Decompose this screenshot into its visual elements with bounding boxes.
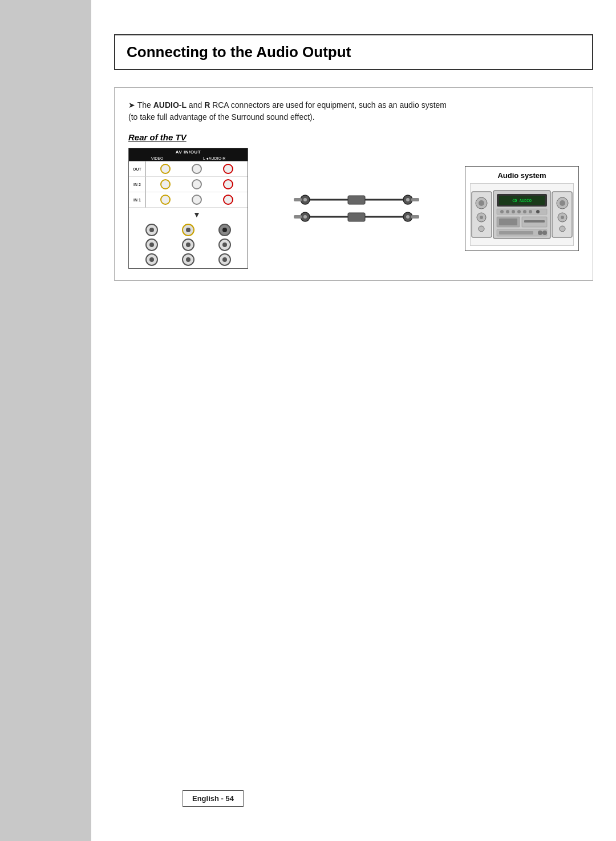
audio-l-bold: AUDIO-L	[153, 100, 187, 110]
conn-outer-2	[182, 224, 194, 236]
svg-rect-41	[499, 219, 517, 225]
svg-point-36	[517, 210, 521, 213]
diagram-row: AV IN/OUT VIDEO L ●AUDIO-R OUT IN 2	[128, 148, 579, 269]
svg-point-20	[480, 216, 483, 219]
content-box: ➤ The AUDIO-L and R RCA connectors are u…	[114, 87, 593, 281]
left-sidebar	[0, 0, 91, 841]
audio-system-label: Audio system	[470, 171, 574, 180]
description: ➤ The AUDIO-L and R RCA connectors are u…	[128, 99, 579, 123]
port-audio-r-out	[223, 164, 233, 174]
port-video-in1	[160, 195, 171, 205]
row-in1-label: IN 1	[129, 192, 146, 208]
connector-2	[171, 224, 205, 236]
svg-point-24	[560, 200, 565, 206]
svg-point-39	[536, 210, 540, 213]
connector-4	[135, 238, 169, 251]
svg-rect-15	[411, 215, 419, 219]
conn-outer-1	[145, 224, 158, 236]
stereo-svg: CD AUDIO	[471, 184, 573, 245]
cable-section	[248, 185, 465, 231]
svg-rect-45	[499, 231, 533, 234]
connector-9	[208, 253, 242, 266]
svg-point-47	[542, 231, 547, 235]
conn-outer-7	[145, 253, 158, 266]
svg-point-35	[512, 210, 515, 213]
port-row-in2	[146, 177, 248, 192]
port-audio-l-in1	[192, 195, 202, 205]
audio-system-box: Audio system	[465, 166, 579, 251]
svg-point-26	[561, 216, 564, 219]
svg-text:CD AUDIO: CD AUDIO	[512, 199, 532, 203]
svg-point-2	[303, 198, 307, 201]
port-video-out	[160, 164, 171, 174]
port-audio-l-out	[192, 164, 202, 174]
panel-header-sub: VIDEO L ●AUDIO-R	[129, 156, 248, 161]
connector-6	[208, 238, 242, 251]
row-in2-label: IN 2	[129, 177, 146, 192]
connector-8	[171, 253, 205, 266]
port-audio-r-in2	[223, 179, 233, 189]
conn-outer-4	[145, 238, 158, 251]
title-box: Connecting to the Audio Output	[114, 34, 593, 70]
cable-diagram	[294, 185, 419, 231]
svg-rect-11	[348, 213, 365, 221]
conn-outer-9	[218, 253, 231, 266]
col-audio: L ●AUDIO-R	[203, 156, 225, 160]
svg-point-46	[538, 231, 542, 235]
port-audio-r-in1	[223, 195, 233, 205]
svg-point-18	[479, 200, 484, 206]
svg-rect-13	[294, 215, 302, 219]
svg-rect-14	[411, 198, 419, 201]
port-video-in2	[160, 179, 171, 189]
conn-outer-3	[218, 224, 231, 236]
svg-point-10	[406, 215, 410, 219]
svg-rect-5	[348, 196, 365, 204]
main-content: Connecting to the Audio Output ➤ The AUD…	[91, 0, 616, 841]
port-audio-l-in2	[192, 179, 202, 189]
row-out-label: OUT	[129, 161, 146, 177]
arrow-down: ▼	[129, 210, 248, 219]
svg-point-37	[523, 210, 526, 213]
port-grid: OUT IN 2 IN 1	[129, 161, 248, 208]
connector-7	[135, 253, 169, 266]
port-row-in1	[146, 192, 248, 208]
svg-point-33	[500, 210, 504, 213]
svg-point-27	[560, 226, 565, 232]
svg-point-38	[529, 210, 532, 213]
connector-5	[171, 238, 205, 251]
footer-label: English - 54	[183, 790, 244, 807]
panel-header: AV IN/OUT	[129, 148, 248, 156]
svg-point-34	[506, 210, 509, 213]
svg-point-4	[406, 198, 410, 201]
conn-outer-5	[182, 238, 194, 251]
svg-point-21	[479, 226, 484, 232]
tv-rear-panel: AV IN/OUT VIDEO L ●AUDIO-R OUT IN 2	[128, 148, 248, 269]
r-bold: R	[204, 100, 210, 110]
svg-point-8	[303, 215, 307, 219]
port-row-out	[146, 161, 248, 177]
conn-outer-6	[218, 238, 231, 251]
svg-rect-12	[294, 198, 302, 201]
connector-1	[135, 224, 169, 236]
col-video: VIDEO	[151, 156, 164, 160]
page-title: Connecting to the Audio Output	[127, 43, 581, 61]
connector-3	[208, 224, 242, 236]
rear-tv-label: Rear of the TV	[128, 132, 579, 142]
conn-outer-8	[182, 253, 194, 266]
bottom-connectors	[129, 221, 248, 268]
svg-rect-43	[524, 220, 545, 223]
audio-system-image: CD AUDIO	[470, 183, 574, 246]
